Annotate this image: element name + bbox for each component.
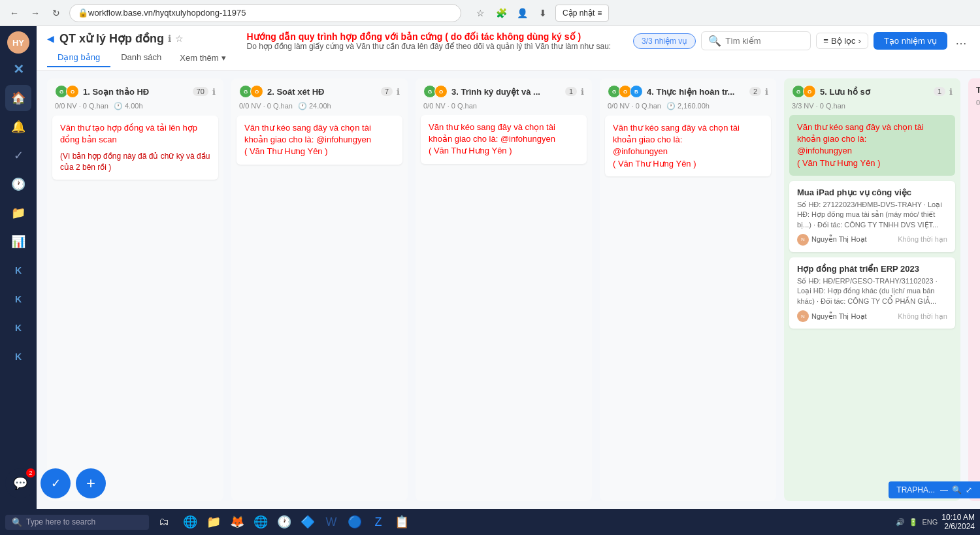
avatar-orange-3: O [434,85,448,98]
column-failed-stats: 0/0 NV · 0 Q.han [968,99,980,112]
column-4: G O B 4. Thực hiện hoàn tr... 2 ℹ 0/0 NV… [600,78,776,501]
chevron-down-icon: ▾ [221,53,226,63]
sidebar-item-home[interactable]: 🏠 [5,85,31,111]
tab-list[interactable]: Danh sách [110,48,172,67]
card-4-line2: @infohungyen [613,146,763,157]
taskbar-app-word[interactable]: W [320,511,342,533]
assignee-avatar-2: N [797,310,809,322]
taskbar-app-chrome[interactable]: 🌐 [250,511,272,533]
sidebar-item-app1[interactable]: K [5,257,31,284]
column-1-info-icon[interactable]: ℹ [212,87,216,97]
profile-icon[interactable]: 👤 [514,5,531,22]
app-container: HY ✕ 🏠 🔔 ✓ 🕐 📁 📊 K K K K [0,26,980,509]
taskbar-app-firefox[interactable]: 🦊 [226,511,248,533]
taskbar-app-zoom[interactable]: Z [367,511,389,533]
taskbar-app-misc3[interactable]: 📋 [391,511,413,533]
column-5-title: 5. Lưu hồ sơ [820,87,930,97]
user-avatar[interactable]: HY [7,31,29,54]
update-button[interactable]: Cập nhật ≡ [555,5,609,22]
taskbar-app-edge[interactable]: 🌐 [179,511,201,533]
sidebar-item-folder[interactable]: 📁 [5,200,31,226]
notif-expand-icon[interactable]: ⤢ [966,485,972,494]
extension-icon[interactable]: 🧩 [493,5,510,22]
column-5-info-icon[interactable]: ℹ [949,87,953,97]
more-options-button[interactable]: … [953,34,970,48]
taskbar-search-input[interactable] [26,517,131,527]
column-3-title: 3. Trình ký duyệt và ... [451,87,561,97]
sidebar-item-chart[interactable]: 📊 [5,229,31,255]
task-count-badge[interactable]: 3/3 nhiệm vụ [633,33,696,49]
header-announcement: Hướng dẫn quy trình hợp đồng với bản cứn… [234,31,633,51]
task-erp-title: Hợp đồng phát triển ERP 2023 [797,264,947,274]
taskbar-app-misc2[interactable]: 🔵 [344,511,366,533]
tab-more[interactable]: Xem thêm ▾ [172,48,233,67]
column-3-instruction-card[interactable]: Văn thư kéo sang đây và chọn tài khoản g… [421,115,587,164]
column-2-info-icon[interactable]: ℹ [397,87,400,97]
task-erp-footer: N Nguyễn Thị Hoạt Không thời hạn [797,310,947,322]
column-3-info-icon[interactable]: ℹ [581,87,584,97]
address-bar[interactable]: 🔒 workflow.base.vn/hyqtxulyhopdong-11975 [69,4,461,22]
column-5-instruction-card[interactable]: Văn thư kéo sang đây và chọn tài khoản g… [789,115,955,176]
sidebar-item-notifications[interactable]: 🔔 [5,114,31,140]
column-5-body: Văn thư kéo sang đây và chọn tài khoản g… [784,115,960,334]
column-1-title: 1. Soạn thảo HĐ [83,87,189,97]
task-card-ipad[interactable]: Mua iPad phục vụ công việc Số HĐ: 271220… [789,181,955,252]
announcement-line1: Hướng dẫn quy trình hợp đồng với bản cứn… [247,31,581,42]
back-button[interactable]: ← [7,5,22,21]
notification-panel[interactable]: TRAPHA... — 🔍 ⤢ [889,481,980,498]
sidebar-item-app2[interactable]: K [5,286,31,312]
taskbar-app-clock[interactable]: 🕐 [273,511,295,533]
home-icon: 🏠 [11,91,25,105]
notif-minimize-icon[interactable]: — [940,485,948,494]
task-erp-detail: Số HĐ: HĐ/ERP/GESO-TRAHY/31102023 · Loại… [797,276,947,306]
fab-add-button[interactable]: + [76,468,106,498]
column-2-count: 7 [381,87,393,96]
filter-chevron: › [858,36,861,46]
column-1-instruction-card[interactable]: Văn thư tạo hợp đồng và tải lên hợp đồng… [52,116,218,180]
bookmark-icon[interactable]: ☆ [472,5,489,22]
column-3-count: 1 [565,87,577,96]
task-ipad-deadline: Không thời hạn [898,235,947,244]
reload-button[interactable]: ↻ [48,5,64,21]
column-4-count: 2 [749,87,761,96]
taskbar-app-folder[interactable]: 📁 [203,511,225,533]
sidebar-item-tasks[interactable]: ✓ [5,142,31,169]
avatar-orange-2: O [250,85,263,98]
card-4-line1: Văn thư kéo sang đây và chọn tài khoản g… [613,122,763,146]
card-1-line1: Văn thư tạo hợp đồng và tải lên hợp đồng… [60,122,210,146]
taskbar-files-icon[interactable]: 🗂 [153,511,175,533]
taskbar-app-misc1[interactable]: 🔷 [297,511,319,533]
column-2-instruction-card[interactable]: Văn thư kéo sang đây và chọn tài khoản g… [237,116,402,165]
taskbar-time: 10:10 AM 2/6/2024 [941,513,975,531]
fab-task-button[interactable]: ✓ [41,468,71,498]
download-icon[interactable]: ⬇ [534,5,551,22]
sidebar-item-app3[interactable]: K [5,315,31,341]
notif-search-icon[interactable]: 🔍 [952,485,962,494]
breadcrumb-icon[interactable]: ◀ [47,33,54,44]
view-tabs: Dạng bảng Danh sách Xem thêm ▾ [47,48,234,67]
column-2-title: 2. Soát xét HĐ [267,87,377,97]
fab-chat-button[interactable]: 💬 2 [5,468,35,498]
info-icon[interactable]: ℹ [168,33,171,44]
sidebar-item-clock[interactable]: 🕐 [5,171,31,197]
taskbar-volume-icon: 🔋 [909,518,918,527]
filter-button[interactable]: ≡ Bộ lọc › [816,33,868,49]
column-5-count: 1 [934,87,945,96]
task-card-erp[interactable]: Hợp đồng phát triển ERP 2023 Số HĐ: HĐ/E… [789,257,955,329]
star-icon[interactable]: ☆ [175,33,184,44]
filter-icon: ≡ [823,36,828,46]
app4-icon: K [15,351,22,362]
header-left: ◀ QT xử lý Hợp đồng ℹ ☆ [47,31,234,46]
create-task-button[interactable]: Tạo nhiệm vụ [874,32,947,50]
column-4-info-icon[interactable]: ℹ [765,87,768,97]
column-1-header: G O 1. Soạn thảo HĐ 70 ℹ [47,78,223,102]
forward-button[interactable]: → [27,5,43,21]
column-4-instruction-card[interactable]: Văn thư kéo sang đây và chọn tài khoản g… [605,116,771,176]
taskbar-language: ENG [922,518,938,526]
task-erp-deadline: Không thời hạn [898,312,947,321]
sidebar-item-app4[interactable]: K [5,344,31,370]
search-input[interactable] [725,36,804,46]
tab-board[interactable]: Dạng bảng [47,48,110,67]
taskbar-right: 🔊 🔋 ENG 10:10 AM 2/6/2024 [896,513,975,531]
task-ipad-footer: N Nguyễn Thị Hoạt Không thời hạn [797,234,947,246]
